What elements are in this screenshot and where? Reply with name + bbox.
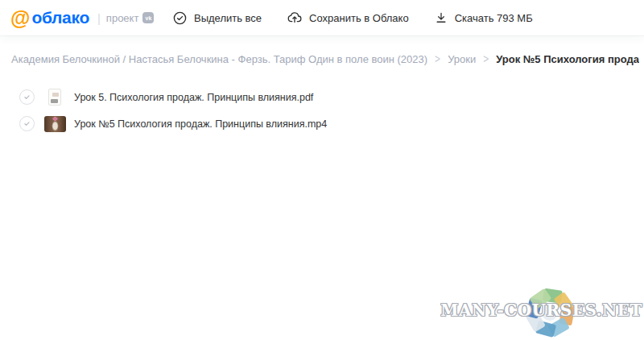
top-header: @ облако | проект vk Выделить все Сохран…: [0, 0, 644, 35]
chevron-right-icon: >: [435, 52, 440, 66]
select-all-button[interactable]: Выделить все: [172, 10, 262, 26]
breadcrumb: Академия Белочкиной / Настасья Белочкина…: [11, 52, 639, 66]
logo-divider: |: [97, 11, 101, 25]
chevron-right-icon: >: [483, 52, 489, 66]
check-icon: [23, 119, 31, 128]
file-name[interactable]: Урок 5. Психология продаж. Принципы влия…: [74, 92, 313, 103]
download-button[interactable]: Скачать 793 МБ: [434, 10, 533, 25]
toolbar: Выделить все Сохранить в Облако Скачать …: [172, 0, 533, 35]
video-thumbnail: [44, 116, 66, 132]
cloud-logo[interactable]: @ облако | проект vk: [10, 8, 154, 28]
file-row-video[interactable]: Урок №5 Психология продаж. Принципы влия…: [0, 110, 644, 137]
select-all-label: Выделить все: [194, 12, 262, 24]
save-to-cloud-icon: [287, 10, 303, 26]
file-checkbox[interactable]: [19, 89, 35, 105]
mailru-at-icon: @: [10, 8, 30, 28]
vk-icon: vk: [142, 12, 154, 23]
file-name[interactable]: Урок №5 Психология продаж. Принципы влия…: [74, 118, 327, 130]
breadcrumb-item-current: Урок №5 Психология продаж. Принц...: [496, 53, 639, 65]
save-to-cloud-button[interactable]: Сохранить в Облако: [287, 10, 409, 26]
watermark: MANY-COURSES.NET: [456, 287, 644, 340]
file-list: Урок 5. Психология продаж. Принципы влия…: [0, 84, 644, 137]
breadcrumb-item-lessons[interactable]: Уроки: [448, 53, 476, 65]
pdf-thumbnail: [48, 89, 61, 106]
project-label: проект: [106, 12, 139, 24]
globe-logo-icon: [523, 286, 576, 339]
download-label: Скачать 793 МБ: [455, 12, 533, 24]
brand-name: облако: [31, 8, 89, 27]
check-icon: [23, 93, 31, 102]
save-to-cloud-label: Сохранить в Облако: [309, 12, 409, 24]
select-all-icon: [172, 10, 188, 26]
breadcrumb-item-root[interactable]: Академия Белочкиной / Настасья Белочкина…: [11, 53, 427, 65]
file-row-pdf[interactable]: Урок 5. Психология продаж. Принципы влия…: [0, 84, 644, 110]
file-checkbox[interactable]: [19, 116, 35, 131]
download-icon: [434, 10, 448, 25]
watermark-text: MANY-COURSES.NET: [440, 301, 642, 320]
